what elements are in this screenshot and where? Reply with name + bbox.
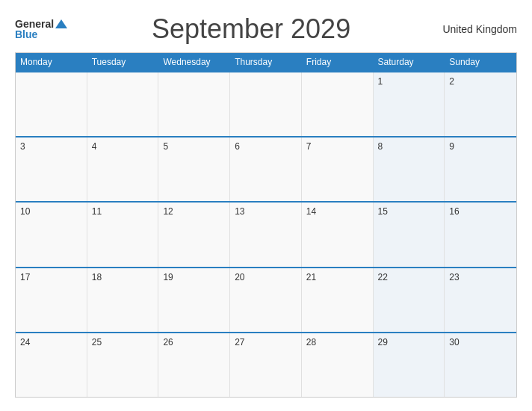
day-number: 15 — [378, 206, 388, 217]
calendar-day-23: 23 — [445, 268, 516, 332]
calendar-day-27: 27 — [230, 333, 302, 397]
calendar-day-11: 11 — [87, 203, 159, 266]
day-number: 17 — [20, 272, 30, 282]
day-number: 23 — [449, 272, 459, 282]
calendar-week-5: 24252627282930 — [16, 332, 516, 397]
country-label: United Kingdom — [435, 23, 517, 35]
day-number: 20 — [235, 272, 244, 282]
calendar-day-18: 18 — [87, 268, 159, 332]
calendar-day-21: 21 — [302, 268, 374, 332]
calendar-day-20: 20 — [230, 268, 302, 332]
logo: General Blue — [15, 19, 67, 40]
day-number: 8 — [378, 141, 383, 152]
day-number: 13 — [235, 206, 244, 217]
calendar-day-4: 4 — [87, 137, 159, 201]
calendar-day-13: 13 — [230, 203, 302, 266]
header-day-tuesday: Tuesday — [87, 53, 159, 71]
day-number: 29 — [378, 337, 388, 347]
day-number: 5 — [163, 141, 168, 152]
header-day-saturday: Saturday — [374, 53, 445, 71]
calendar-day-empty — [158, 72, 230, 136]
calendar-day-16: 16 — [445, 203, 516, 266]
day-number: 21 — [306, 272, 316, 282]
calendar-day-6: 6 — [230, 137, 302, 201]
calendar-day-empty — [302, 72, 374, 136]
calendar-day-15: 15 — [374, 203, 445, 266]
calendar-day-5: 5 — [158, 137, 230, 201]
calendar-header: MondayTuesdayWednesdayThursdayFridaySatu… — [16, 53, 516, 71]
header-day-thursday: Thursday — [230, 53, 302, 71]
day-number: 19 — [163, 272, 173, 282]
calendar-day-7: 7 — [302, 137, 374, 201]
logo-blue-text: Blue — [15, 29, 37, 40]
calendar-body: 1234567891011121314151617181920212223242… — [16, 71, 516, 397]
day-number: 9 — [449, 141, 454, 152]
header-day-friday: Friday — [302, 53, 374, 71]
day-number: 25 — [92, 337, 102, 347]
logo-triangle-icon — [55, 19, 67, 28]
day-number: 6 — [235, 141, 240, 152]
calendar: MondayTuesdayWednesdayThursdayFridaySatu… — [15, 52, 517, 398]
calendar-day-22: 22 — [374, 268, 445, 332]
day-number: 26 — [163, 337, 173, 347]
day-number: 24 — [20, 337, 30, 347]
calendar-day-19: 19 — [158, 268, 230, 332]
header-day-wednesday: Wednesday — [158, 53, 230, 71]
day-number: 3 — [20, 141, 25, 152]
calendar-day-28: 28 — [302, 333, 374, 397]
day-number: 4 — [92, 141, 97, 152]
day-number: 28 — [306, 337, 316, 347]
calendar-day-12: 12 — [158, 203, 230, 266]
calendar-day-14: 14 — [302, 203, 374, 266]
page: General Blue September 2029 United Kingd… — [0, 0, 532, 411]
calendar-week-4: 17181920212223 — [16, 267, 516, 332]
day-number: 12 — [163, 206, 173, 217]
day-number: 22 — [378, 272, 388, 282]
calendar-day-2: 2 — [445, 72, 516, 136]
day-number: 14 — [306, 206, 316, 217]
month-title: September 2029 — [67, 13, 435, 45]
calendar-day-3: 3 — [16, 137, 87, 201]
header-day-sunday: Sunday — [445, 53, 516, 71]
calendar-day-10: 10 — [16, 203, 87, 266]
calendar-day-1: 1 — [374, 72, 445, 136]
day-number: 7 — [306, 141, 312, 152]
calendar-day-9: 9 — [445, 137, 516, 201]
day-number: 2 — [449, 76, 454, 87]
header-day-monday: Monday — [16, 53, 87, 71]
header: General Blue September 2029 United Kingd… — [15, 13, 517, 45]
calendar-week-3: 10111213141516 — [16, 201, 516, 266]
calendar-week-2: 3456789 — [16, 136, 516, 201]
calendar-day-25: 25 — [87, 333, 159, 397]
day-number: 30 — [449, 337, 459, 347]
calendar-day-empty — [230, 72, 302, 136]
logo-general-text: General — [15, 19, 54, 29]
day-number: 1 — [378, 76, 383, 87]
day-number: 18 — [92, 272, 102, 282]
calendar-week-1: 12 — [16, 71, 516, 136]
day-number: 11 — [92, 206, 102, 217]
calendar-day-24: 24 — [16, 333, 87, 397]
calendar-day-29: 29 — [374, 333, 445, 397]
calendar-day-empty — [87, 72, 159, 136]
calendar-day-empty — [16, 72, 87, 136]
calendar-day-8: 8 — [374, 137, 445, 201]
day-number: 16 — [449, 206, 459, 217]
calendar-day-30: 30 — [445, 333, 516, 397]
day-number: 27 — [235, 337, 244, 347]
calendar-day-17: 17 — [16, 268, 87, 332]
calendar-day-26: 26 — [158, 333, 230, 397]
day-number: 10 — [20, 206, 30, 217]
